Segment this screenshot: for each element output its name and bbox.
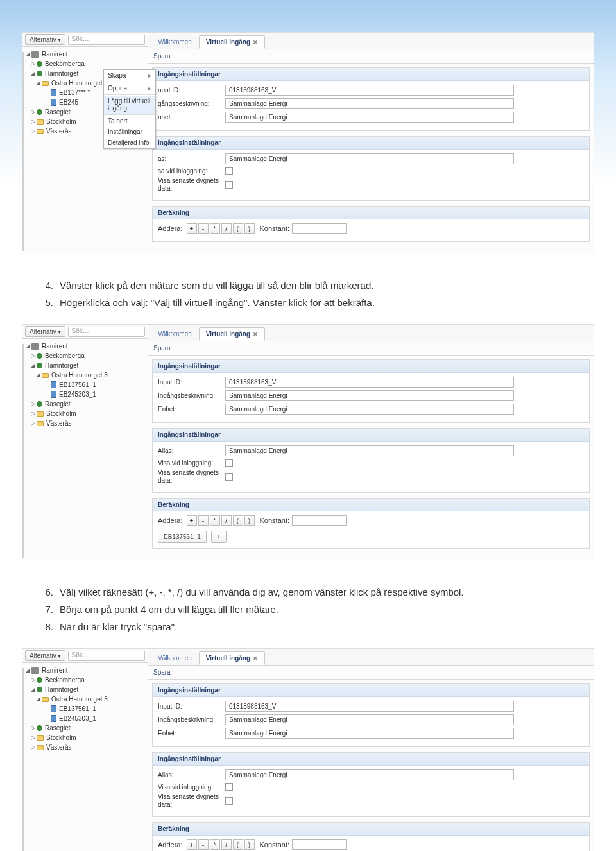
tree-meter[interactable]: EB245303_1 — [59, 714, 96, 723]
close-icon[interactable]: ✕ — [253, 39, 258, 46]
tree-meter[interactable]: EB245303_1 — [59, 390, 96, 399]
ctx-skapa[interactable]: Skapa▸ — [104, 70, 155, 81]
op-plus-button[interactable]: + — [187, 223, 197, 234]
op-plus-button[interactable]: + — [187, 515, 197, 526]
op-rparen-button[interactable]: ) — [244, 223, 255, 234]
tab-valkommen[interactable]: Välkommen — [151, 327, 199, 341]
tab-valkommen[interactable]: Välkommen — [151, 35, 199, 49]
input-id-field[interactable]: 01315988163_V — [225, 377, 514, 388]
search-input[interactable]: Sök… — [68, 651, 145, 661]
tab-virtuell-ingang[interactable]: Virtuell ingång✕ — [199, 651, 265, 665]
ctx-lagg-virtuell[interactable]: Lägg till virtuell ingång — [104, 96, 155, 114]
op-lparen-button[interactable]: ( — [233, 223, 243, 234]
op-plus-button[interactable]: + — [187, 839, 197, 850]
tree-item[interactable]: Stockholm — [46, 733, 76, 743]
tree-meter[interactable]: EB137561_1 — [59, 704, 96, 714]
tree-item[interactable]: Raseglet — [45, 107, 70, 117]
konstant-input[interactable] — [292, 839, 347, 850]
tree-root[interactable]: Ramirent — [42, 341, 68, 351]
tree-item[interactable]: Hamntorget — [45, 361, 78, 370]
folder-icon — [37, 735, 44, 741]
op-minus-button[interactable]: - — [198, 223, 209, 234]
ctx-tabort[interactable]: Ta bort — [104, 116, 155, 126]
close-icon[interactable]: ✕ — [253, 331, 258, 338]
op-lparen-button[interactable]: ( — [233, 515, 243, 526]
alias-field[interactable]: Sammanlagd Energi — [225, 769, 514, 780]
tree-item[interactable]: Hamntorget — [45, 69, 78, 78]
tree-item[interactable]: Raseglet — [45, 723, 70, 733]
tree-item[interactable]: Västerås — [46, 743, 71, 752]
ctx-oppna[interactable]: Öppna▸ — [104, 83, 155, 94]
op-mult-button[interactable]: * — [210, 515, 220, 526]
tab-virtuell-ingang[interactable]: Virtuell ingång✕ — [199, 35, 265, 49]
op-div-button[interactable]: / — [221, 223, 232, 234]
label-visa-login: sa vid inloggning: — [158, 168, 225, 175]
tree-meter[interactable]: EB245 — [59, 98, 78, 107]
label-addera: Addera: — [158, 517, 183, 524]
visa-dygn-checkbox[interactable] — [225, 797, 233, 805]
label-konstant: Konstant: — [260, 225, 289, 232]
save-button[interactable]: Spara — [153, 669, 171, 676]
beskrivning-field[interactable]: Sammanlagd Energi — [225, 98, 514, 109]
visa-dygn-checkbox[interactable] — [225, 473, 233, 481]
input-id-field[interactable]: 01315988163_V — [225, 85, 514, 96]
panel-header: Ingångsinställningar — [153, 360, 589, 373]
search-input[interactable]: Sök… — [68, 327, 145, 337]
enhet-field[interactable]: Sammanlagd Energi — [225, 404, 514, 415]
input-id-field[interactable]: 01315988163_V — [225, 701, 514, 712]
tree-item[interactable]: Stockholm — [46, 409, 76, 418]
tree-item[interactable]: Beckomberga — [45, 675, 85, 685]
tree-item[interactable]: Raseglet — [45, 399, 70, 409]
search-input[interactable]: Sök… — [68, 35, 145, 45]
tree-item[interactable]: Hamntorget — [45, 685, 78, 694]
options-button[interactable]: Alternativ ▾ — [25, 650, 65, 661]
instruction-5: Högerklicka och välj: "Välj till virtuel… — [60, 294, 375, 311]
options-button[interactable]: Alternativ ▾ — [25, 326, 65, 337]
label-beskrivning: Ingångsbeskrivning: — [158, 392, 225, 399]
tree-item[interactable]: Västerås — [46, 418, 71, 428]
enhet-field[interactable]: Sammanlagd Energi — [225, 112, 514, 123]
site-icon — [37, 109, 42, 115]
beskrivning-field[interactable]: Sammanlagd Energi — [225, 714, 514, 725]
save-button[interactable]: Spara — [153, 53, 171, 60]
tree-root[interactable]: Ramirent — [42, 49, 68, 59]
tree-item[interactable]: Östra Hamntorget 3 — [51, 370, 108, 380]
ctx-detaljerad[interactable]: Detaljerad info — [104, 137, 155, 148]
tree-item[interactable]: Västerås — [46, 126, 71, 136]
visa-login-checkbox[interactable] — [225, 459, 233, 467]
konstant-input[interactable] — [292, 515, 347, 526]
op-minus-button[interactable]: - — [198, 515, 209, 526]
tree-item[interactable]: Beckomberga — [45, 59, 85, 69]
beskrivning-field[interactable]: Sammanlagd Energi — [225, 390, 514, 401]
tree-item[interactable]: Beckomberga — [45, 351, 85, 361]
op-mult-button[interactable]: * — [210, 223, 220, 234]
visa-login-checkbox[interactable] — [225, 167, 233, 175]
tree-item[interactable]: Östra Hamntorget 3 — [51, 694, 108, 704]
op-rparen-button[interactable]: ) — [244, 839, 255, 850]
tab-valkommen[interactable]: Välkommen — [151, 651, 199, 665]
tree-item[interactable]: Stockholm — [46, 117, 76, 126]
op-lparen-button[interactable]: ( — [233, 839, 243, 850]
op-rparen-button[interactable]: ) — [244, 515, 255, 526]
konstant-input[interactable] — [292, 223, 347, 234]
save-button[interactable]: Spara — [153, 345, 171, 352]
formula-chip-plus[interactable]: + — [211, 531, 227, 543]
tree-meter[interactable]: EB137561_1 — [59, 380, 96, 390]
visa-dygn-checkbox[interactable] — [225, 181, 233, 189]
op-minus-button[interactable]: - — [198, 839, 209, 850]
options-button[interactable]: Alternativ ▾ — [25, 34, 65, 45]
visa-login-checkbox[interactable] — [225, 783, 233, 791]
op-div-button[interactable]: / — [221, 515, 232, 526]
enhet-field[interactable]: Sammanlagd Energi — [225, 728, 514, 739]
tree-item[interactable]: Östra Hamntorget 3 — [51, 78, 108, 88]
alias-field[interactable]: Sammanlagd Energi — [225, 445, 514, 456]
tree-meter[interactable]: EB137*** * — [59, 88, 90, 98]
op-mult-button[interactable]: * — [210, 839, 220, 850]
close-icon[interactable]: ✕ — [253, 655, 258, 662]
tab-virtuell-ingang[interactable]: Virtuell ingång✕ — [199, 327, 265, 341]
op-div-button[interactable]: / — [221, 839, 232, 850]
formula-chip[interactable]: EB137561_1 — [158, 531, 207, 543]
ctx-installningar[interactable]: Inställningar — [104, 126, 155, 137]
tree-root[interactable]: Ramirent — [42, 666, 68, 675]
alias-field[interactable]: Sammanlagd Energi — [225, 153, 514, 164]
